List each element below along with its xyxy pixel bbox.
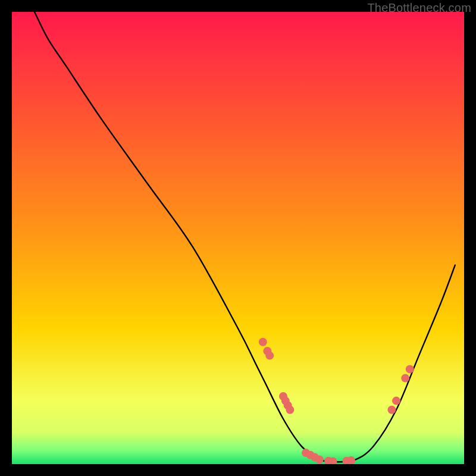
data-marker bbox=[259, 338, 267, 346]
data-marker bbox=[286, 406, 294, 414]
chart-frame bbox=[12, 12, 464, 464]
chart-svg bbox=[12, 12, 464, 464]
watermark-text: TheBottleneck.com bbox=[367, 1, 471, 15]
data-marker bbox=[406, 365, 414, 373]
data-marker bbox=[315, 455, 324, 464]
data-marker bbox=[265, 352, 274, 360]
gradient-background bbox=[12, 12, 464, 464]
data-marker bbox=[387, 406, 396, 414]
data-marker bbox=[392, 397, 400, 405]
data-marker bbox=[401, 374, 409, 383]
